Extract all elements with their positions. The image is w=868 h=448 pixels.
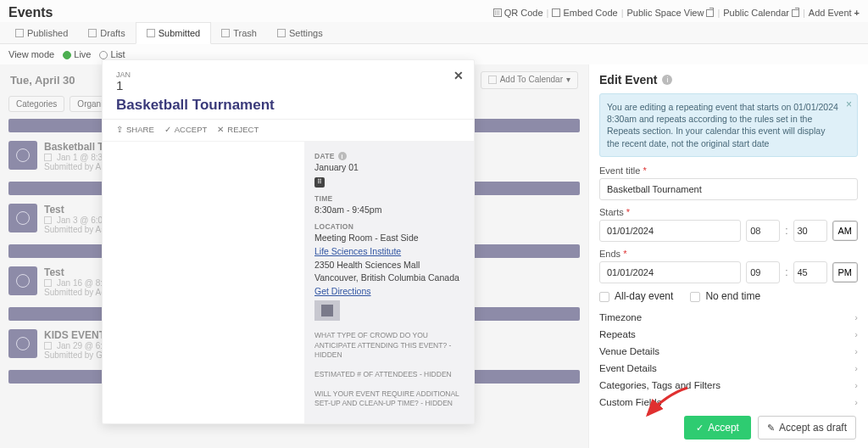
time-label: TIME bbox=[314, 194, 464, 203]
chevron-right-icon: › bbox=[854, 346, 858, 356]
doc-icon bbox=[88, 29, 97, 37]
checkbox-icon bbox=[690, 292, 700, 302]
event-thumbnail bbox=[8, 204, 37, 232]
ends-label: Ends * bbox=[599, 249, 858, 259]
share-action[interactable]: ⇪SHARE bbox=[116, 125, 154, 134]
tab-submitted[interactable]: Submitted bbox=[136, 22, 212, 44]
location-room: Meeting Room - East Side bbox=[314, 232, 464, 244]
starts-minute-input[interactable] bbox=[793, 220, 827, 242]
event-title-input[interactable] bbox=[599, 178, 858, 200]
modal-title: Basketball Tournament bbox=[116, 97, 460, 114]
social-icon[interactable]: ⠿ bbox=[314, 177, 325, 188]
location-label: LOCATION bbox=[314, 222, 464, 231]
location-street: 2350 Health Sciences Mall bbox=[314, 260, 464, 272]
tab-published[interactable]: Published bbox=[5, 22, 78, 43]
share-icon: ⇪ bbox=[116, 125, 123, 134]
qr-code-link[interactable]: QR Code bbox=[493, 8, 543, 18]
time-value: 8:30am - 9:45pm bbox=[314, 204, 464, 216]
starts-hour-input[interactable] bbox=[746, 220, 780, 242]
accept-as-draft-button[interactable]: Accept as draft bbox=[758, 416, 856, 440]
section-list: Timezone› Repeats› Venue Details› Event … bbox=[599, 309, 858, 406]
filter-categories[interactable]: Categories bbox=[8, 96, 64, 112]
starts-label: Starts * bbox=[599, 207, 858, 217]
qa-crowd: WHAT TYPE OF CROWD DO YOU ANTICIPATE ATT… bbox=[314, 331, 464, 359]
trash-icon bbox=[221, 29, 230, 37]
chevron-down-icon: ▾ bbox=[566, 75, 570, 84]
close-icon[interactable]: ✕ bbox=[453, 69, 464, 82]
add-to-calendar-button[interactable]: Add To Calendar▾ bbox=[481, 71, 578, 89]
page-title: Events bbox=[8, 5, 53, 20]
section-timezone[interactable]: Timezone› bbox=[599, 309, 858, 326]
starts-ampm-toggle[interactable]: AM bbox=[832, 221, 859, 241]
external-link-icon bbox=[792, 9, 799, 17]
calendar-icon bbox=[488, 76, 497, 84]
view-mode-list[interactable]: List bbox=[99, 49, 125, 59]
ends-date-input[interactable] bbox=[599, 261, 741, 283]
calendar-icon bbox=[44, 216, 52, 224]
add-event-link[interactable]: Add Event + bbox=[809, 8, 860, 18]
qa-setup: WILL YOUR EVENT REQUIRE ADDITIONAL SET-U… bbox=[314, 389, 464, 408]
reject-action[interactable]: ✕REJECT bbox=[217, 125, 259, 134]
event-title-label: Event title * bbox=[599, 165, 858, 176]
chevron-right-icon: › bbox=[854, 363, 858, 373]
tab-drafts[interactable]: Drafts bbox=[78, 22, 135, 43]
chevron-right-icon: › bbox=[854, 312, 858, 322]
close-icon[interactable]: × bbox=[846, 98, 852, 111]
external-link-icon bbox=[706, 9, 714, 17]
info-icon[interactable]: i bbox=[338, 152, 347, 160]
event-thumbnail bbox=[8, 329, 37, 358]
qa-attendees: ESTIMATED # OF ATTENDEES - HIDDEN bbox=[314, 370, 464, 379]
event-thumbnail bbox=[8, 141, 37, 170]
plus-icon: + bbox=[854, 8, 860, 18]
directions-link[interactable]: Get Directions bbox=[314, 286, 371, 296]
accept-button[interactable]: Accept bbox=[684, 416, 751, 440]
date-label: DATE i bbox=[314, 152, 464, 160]
day-heading: Tue, April 30 bbox=[10, 74, 75, 87]
section-repeats[interactable]: Repeats› bbox=[599, 326, 858, 343]
calendar-icon bbox=[44, 154, 52, 161]
public-calendar-link[interactable]: Public Calendar bbox=[723, 8, 799, 18]
qr-icon bbox=[493, 8, 502, 17]
radio-selected-icon bbox=[63, 51, 71, 59]
tabs: Published Drafts Submitted Trash Setting… bbox=[0, 22, 868, 44]
location-city: Vancouver, British Columbia Canada bbox=[314, 272, 464, 284]
location-thumbnail bbox=[314, 300, 340, 321]
chevron-right-icon: › bbox=[854, 329, 858, 339]
radio-icon bbox=[99, 51, 108, 59]
section-event-details[interactable]: Event Details› bbox=[599, 360, 858, 377]
view-mode-label: View mode bbox=[8, 49, 54, 59]
doc-icon bbox=[15, 29, 24, 37]
info-icon[interactable]: i bbox=[662, 75, 672, 85]
ends-ampm-toggle[interactable]: PM bbox=[832, 262, 859, 283]
section-categories[interactable]: Categories, Tags and Filters› bbox=[599, 377, 858, 394]
ends-hour-input[interactable] bbox=[746, 261, 780, 283]
ends-minute-input[interactable] bbox=[793, 261, 827, 283]
edit-panel: Edit Event i You are editing a repeating… bbox=[588, 64, 868, 448]
tab-trash[interactable]: Trash bbox=[211, 22, 267, 43]
venue-link[interactable]: Life Sciences Institute bbox=[314, 246, 401, 256]
chevron-right-icon: › bbox=[854, 380, 858, 390]
code-icon bbox=[552, 8, 560, 17]
calendar-icon bbox=[44, 342, 52, 350]
view-mode-live[interactable]: Live bbox=[63, 49, 91, 59]
checkbox-icon bbox=[599, 292, 609, 302]
starts-date-input[interactable] bbox=[599, 220, 741, 242]
public-space-link[interactable]: Public Space View bbox=[627, 8, 715, 18]
tab-settings[interactable]: Settings bbox=[267, 22, 333, 43]
embed-code-link[interactable]: Embed Code bbox=[552, 8, 617, 18]
accept-action[interactable]: ✓ACCEPT bbox=[164, 125, 208, 134]
header-links: QR Code | Embed Code | Public Space View… bbox=[493, 8, 860, 18]
check-icon: ✓ bbox=[164, 125, 171, 134]
calendar-icon bbox=[44, 279, 52, 287]
section-venue[interactable]: Venue Details› bbox=[599, 343, 858, 360]
date-value: January 01 bbox=[314, 162, 464, 174]
edit-heading: Edit Event bbox=[599, 73, 657, 87]
repeating-notice: You are editing a repeating event that s… bbox=[599, 93, 858, 157]
allday-checkbox[interactable]: All-day event bbox=[599, 290, 673, 302]
section-custom-fields[interactable]: Custom Fields› bbox=[599, 394, 858, 406]
modal-date: JAN 1 bbox=[116, 70, 460, 92]
noendtime-checkbox[interactable]: No end time bbox=[690, 290, 760, 302]
event-modal: JAN 1 Basketball Tournament ✕ ⇪SHARE ✓AC… bbox=[102, 59, 475, 424]
x-icon: ✕ bbox=[217, 125, 224, 134]
chevron-right-icon: › bbox=[854, 397, 858, 406]
